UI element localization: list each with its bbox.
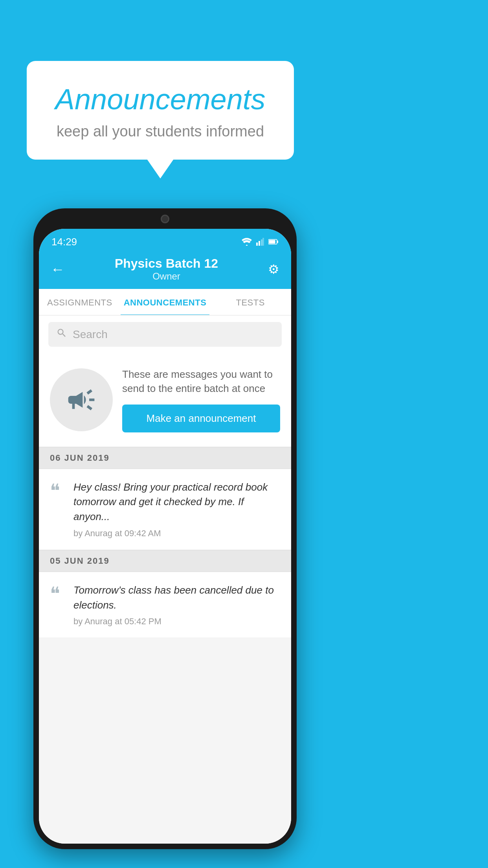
status-icons [242, 238, 279, 246]
date-divider-2: 05 JUN 2019 [39, 550, 291, 572]
phone-notch [130, 208, 200, 229]
search-icon [56, 327, 67, 341]
owner-label: Owner [115, 271, 218, 282]
announcement-meta-2: by Anurag at 05:42 PM [73, 616, 280, 627]
promo-section: These are messages you want to send to t… [39, 353, 291, 447]
announcement-icon-circle [50, 368, 113, 431]
speech-bubble-container: Announcements keep all your students inf… [27, 61, 294, 160]
promo-description: These are messages you want to send to t… [122, 367, 280, 396]
settings-icon[interactable]: ⚙ [268, 262, 279, 277]
speech-bubble: Announcements keep all your students inf… [27, 61, 294, 160]
battery-icon [268, 239, 279, 245]
tab-assignments[interactable]: ASSIGNMENTS [39, 289, 121, 315]
search-bar[interactable]: Search [48, 322, 282, 347]
tab-announcements[interactable]: ANNOUNCEMENTS [121, 289, 210, 315]
app-header: ← Physics Batch 12 Owner ⚙ [39, 251, 291, 289]
promo-content: These are messages you want to send to t… [122, 367, 280, 432]
tab-tests[interactable]: TESTS [209, 289, 291, 315]
announcement-content-2: Tomorrow's class has been cancelled due … [73, 583, 280, 627]
bubble-subtitle: keep all your students informed [50, 123, 270, 140]
search-bar-wrapper: Search [39, 316, 291, 353]
announcement-text-1: Hey class! Bring your practical record b… [73, 480, 280, 524]
search-placeholder: Search [73, 328, 108, 341]
back-button[interactable]: ← [51, 261, 65, 278]
camera [161, 215, 169, 223]
status-time: 14:29 [51, 236, 77, 248]
svg-rect-5 [277, 241, 278, 243]
make-announcement-button[interactable]: Make an announcement [122, 405, 280, 432]
announcement-item-2: ❝ Tomorrow's class has been cancelled du… [39, 572, 291, 638]
bubble-title: Announcements [50, 83, 270, 116]
svg-rect-6 [269, 240, 275, 244]
announcement-text-2: Tomorrow's class has been cancelled due … [73, 583, 280, 612]
screen-inner: 14:29 [39, 229, 291, 844]
content-area: Search These are messages you want to se… [39, 316, 291, 844]
svg-rect-1 [259, 241, 260, 246]
wifi-icon [242, 238, 252, 246]
signal-icon [256, 238, 264, 246]
tabs-container: ASSIGNMENTS ANNOUNCEMENTS TESTS [39, 289, 291, 316]
announcement-meta-1: by Anurag at 09:42 AM [73, 528, 280, 539]
header-title-area: Physics Batch 12 Owner [115, 256, 218, 282]
svg-rect-0 [256, 243, 258, 246]
quote-icon-2: ❝ [50, 585, 66, 603]
svg-rect-2 [261, 239, 262, 246]
phone-frame: 14:29 [33, 208, 297, 849]
announcement-content-1: Hey class! Bring your practical record b… [73, 480, 280, 539]
phone-screen: 14:29 [39, 229, 291, 844]
batch-title: Physics Batch 12 [115, 256, 218, 271]
date-divider-1: 06 JUN 2019 [39, 447, 291, 469]
megaphone-icon [66, 384, 97, 416]
quote-icon-1: ❝ [50, 482, 66, 500]
announcement-item-1: ❝ Hey class! Bring your practical record… [39, 469, 291, 550]
svg-rect-3 [262, 238, 264, 246]
status-bar: 14:29 [39, 229, 291, 251]
